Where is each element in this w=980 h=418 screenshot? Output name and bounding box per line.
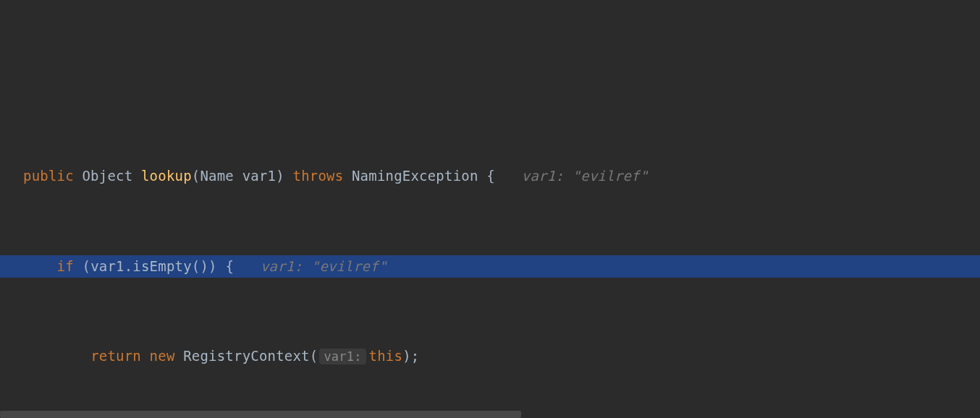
execution-line[interactable]: if (var1.isEmpty()) { var1: "evilref" xyxy=(0,255,980,278)
inline-debug-hint: var1: "evilref" xyxy=(520,165,650,187)
horizontal-scrollbar[interactable] xyxy=(0,411,980,418)
code-editor[interactable]: public Object lookup(Name var1) throws N… xyxy=(0,90,980,418)
param-hint: var1: xyxy=(319,349,366,364)
scrollbar-thumb[interactable] xyxy=(0,411,521,418)
type-object: Object xyxy=(82,165,132,187)
method-name: lookup xyxy=(141,165,192,187)
keyword-public: public xyxy=(23,165,74,187)
inline-debug-hint: var1: "evilref" xyxy=(259,255,389,278)
code-line[interactable]: public Object lookup(Name var1) throws N… xyxy=(0,165,980,187)
code-line[interactable]: return new RegistryContext(var1:this); xyxy=(0,346,980,368)
